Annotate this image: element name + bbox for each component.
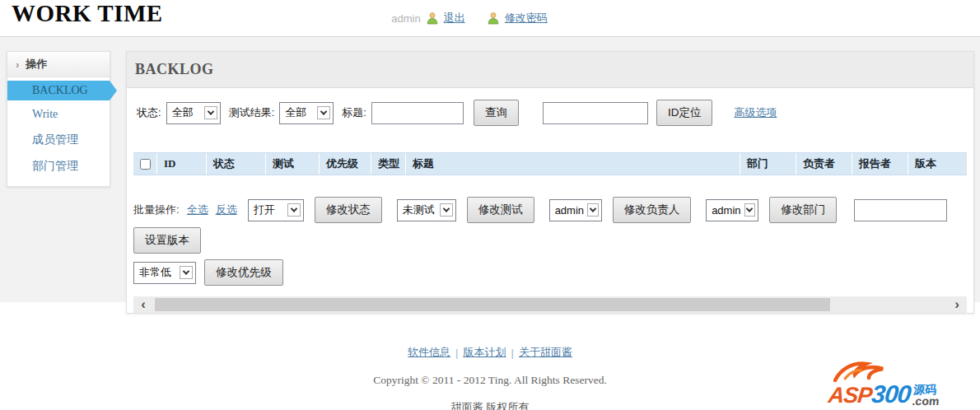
status-filter-value: 全部: [172, 105, 194, 120]
watermark-300-text: 300: [870, 382, 912, 407]
scrollbar-thumb[interactable]: [155, 298, 830, 311]
chevron-down-icon: [744, 203, 756, 217]
batch-owner-value: admin: [555, 204, 584, 217]
change-password-link[interactable]: 修改密码: [505, 11, 548, 26]
test-result-filter-select[interactable]: 全部: [279, 102, 334, 124]
top-bar: WORK TIME admin 退出 修改密码: [0, 0, 980, 37]
flame-icon: [833, 361, 891, 382]
separator: |: [511, 347, 514, 359]
batch-status-value: 打开: [254, 203, 275, 217]
sidebar-section-header[interactable]: › 操作: [7, 52, 110, 77]
column-header-department: 部门: [740, 153, 796, 175]
filter-bar: 状态: 全部 测试结果: 全部 标题: 查询 ID定位 高级选项: [127, 88, 973, 137]
select-all-link[interactable]: 全选: [187, 203, 208, 217]
user-icon: [487, 12, 500, 25]
footer-links: 软件信息 | 版本计划 | 关于甜面酱: [408, 345, 572, 360]
title-search-input[interactable]: [371, 102, 464, 124]
sidebar-item-members[interactable]: 成员管理: [7, 128, 110, 151]
change-status-button[interactable]: 修改状态: [315, 197, 382, 223]
column-header-status: 状态: [206, 153, 265, 175]
batch-row-2: 设置版本: [133, 227, 967, 254]
chevron-down-icon: [180, 266, 193, 279]
column-header-type: 类型: [371, 153, 405, 175]
title-filter-label: 标题:: [342, 105, 366, 120]
scroll-right-arrow-icon[interactable]: ›: [947, 296, 967, 313]
software-info-link[interactable]: 软件信息: [408, 345, 450, 360]
asp300-watermark: ASP300 源码 .com: [828, 364, 973, 408]
horizontal-scrollbar[interactable]: ‹ ›: [133, 296, 967, 313]
set-version-button[interactable]: 设置版本: [133, 227, 201, 254]
table-header-row: ID 状态 测试 优先级 类型 标题 部门 负责者 报告者 版本: [133, 152, 967, 175]
id-locate-button[interactable]: ID定位: [656, 100, 713, 126]
column-header-reporter: 报告者: [852, 153, 908, 175]
test-result-filter-label: 测试结果:: [229, 105, 275, 120]
batch-operations-bar: 批量操作: 全选 反选 打开 修改状态 未测试 修改测试 admin 修改负责人…: [133, 197, 967, 223]
change-owner-button[interactable]: 修改负责人: [613, 197, 692, 223]
column-header-test: 测试: [265, 153, 319, 175]
batch-status-select[interactable]: 打开: [248, 199, 304, 221]
batch-test-value: 未测试: [403, 203, 435, 217]
column-header-owner: 负责者: [796, 153, 852, 175]
sidebar-item-departments[interactable]: 部门管理: [7, 155, 110, 178]
chevron-down-icon: [204, 106, 217, 119]
priority-select[interactable]: 非常低: [133, 262, 196, 284]
version-input[interactable]: [854, 199, 947, 221]
status-filter-select[interactable]: 全部: [166, 102, 221, 124]
sidebar-item-write[interactable]: Write: [7, 104, 110, 125]
chevron-right-icon: ›: [16, 58, 19, 71]
column-header-version: 版本: [908, 153, 967, 175]
change-test-button[interactable]: 修改测试: [467, 197, 534, 223]
watermark-com-text: .com: [912, 395, 940, 407]
logout-link[interactable]: 退出: [444, 11, 465, 26]
id-input[interactable]: [543, 102, 648, 124]
column-header-priority: 优先级: [319, 153, 371, 175]
chevron-down-icon: [287, 203, 301, 217]
test-result-filter-value: 全部: [285, 105, 306, 120]
batch-dept-value: admin: [712, 204, 740, 217]
page-title: BACKLOG: [127, 52, 973, 88]
user-icon: [426, 12, 439, 25]
about-link[interactable]: 关于甜面酱: [519, 345, 572, 360]
column-header-id: ID: [156, 153, 206, 175]
username-label: admin: [391, 12, 420, 25]
watermark-asp-text: ASP: [827, 384, 872, 407]
select-all-checkbox[interactable]: [140, 159, 151, 170]
invert-selection-link[interactable]: 反选: [216, 203, 237, 217]
sidebar: › 操作 BACKLOG Write 成员管理 部门管理: [7, 51, 110, 187]
chevron-down-icon: [440, 203, 453, 217]
batch-operations-label: 批量操作:: [133, 203, 180, 217]
status-filter-label: 状态:: [137, 105, 161, 120]
separator: |: [455, 347, 458, 359]
version-plan-link[interactable]: 版本计划: [464, 345, 506, 360]
batch-test-select[interactable]: 未测试: [397, 199, 456, 221]
select-all-cell: [133, 153, 156, 175]
column-header-title: 标题: [405, 153, 740, 175]
search-button[interactable]: 查询: [474, 100, 519, 126]
advanced-options-link[interactable]: 高级选项: [734, 105, 777, 120]
scroll-left-arrow-icon[interactable]: ‹: [133, 296, 153, 313]
change-priority-button[interactable]: 修改优先级: [204, 259, 283, 286]
sidebar-section-title: 操作: [26, 57, 47, 72]
change-dept-button[interactable]: 修改部门: [769, 197, 837, 223]
batch-dept-select[interactable]: admin: [706, 199, 758, 221]
priority-value: 非常低: [139, 265, 171, 280]
page-body: › 操作 BACKLOG Write 成员管理 部门管理 BACKLOG 状态:…: [0, 37, 980, 302]
chevron-down-icon: [317, 106, 330, 119]
watermark-cn-text: 源码: [912, 384, 940, 395]
content-panel: BACKLOG 状态: 全部 测试结果: 全部 标题: 查询 ID定位 高级选项: [126, 51, 974, 314]
chevron-down-icon: [587, 203, 599, 217]
batch-row-3: 非常低 修改优先级: [133, 259, 967, 286]
batch-owner-select[interactable]: admin: [549, 199, 602, 221]
sidebar-item-backlog[interactable]: BACKLOG: [7, 81, 110, 100]
user-area: admin 退出 修改密码: [0, 0, 959, 36]
